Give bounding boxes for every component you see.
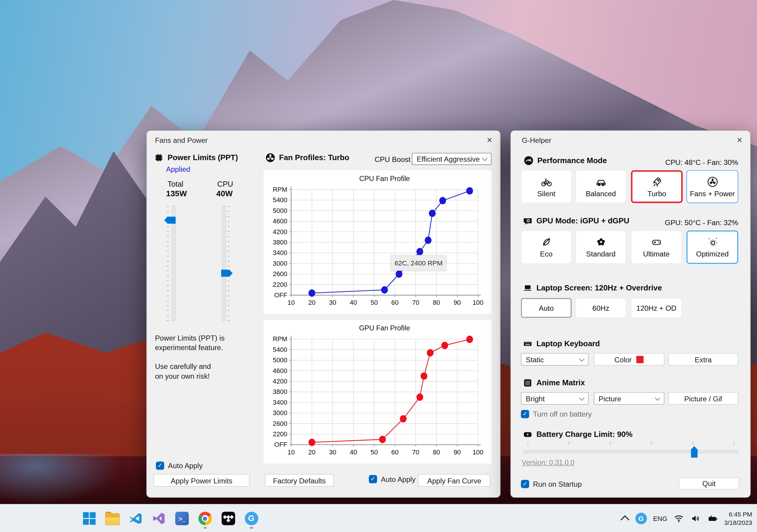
clock[interactable]: 6:45 PM 3/18/2023 — [724, 510, 752, 527]
mode-button-fans-power[interactable]: Fans + Power — [686, 170, 738, 203]
screen-button-auto[interactable]: Auto — [521, 298, 572, 318]
visual-studio-button[interactable] — [149, 508, 168, 529]
svg-text:50: 50 — [371, 449, 378, 456]
battery-slider-handle[interactable] — [691, 446, 698, 458]
gpu-button-eco[interactable]: Eco — [521, 231, 572, 264]
start-button[interactable] — [80, 508, 99, 529]
svg-text:70: 70 — [412, 449, 419, 456]
cpu-fan-curve-chart[interactable]: 102030405060708090100OFF2200260030003400… — [263, 170, 491, 314]
quit-button[interactable]: Quit — [679, 477, 739, 490]
apply-power-limits-button[interactable]: Apply Power Limits — [153, 474, 250, 487]
ghelper-titlebar[interactable]: G-Helper × — [511, 131, 750, 150]
matrix-picture-gif-button[interactable]: Picture / Gif — [668, 392, 738, 405]
rocket-icon — [651, 176, 663, 187]
svg-text:2600: 2600 — [273, 420, 288, 427]
cpu-slider-handle[interactable] — [221, 269, 233, 277]
vscode-button[interactable] — [126, 508, 145, 529]
g-helper-tray-icon[interactable]: G — [635, 513, 647, 524]
wifi-icon[interactable] — [673, 513, 684, 524]
total-power-slider[interactable] — [164, 206, 183, 321]
gpu-fan-curve-chart[interactable]: 102030405060708090100OFF2200260030003400… — [263, 320, 491, 463]
factory-defaults-button[interactable]: Factory Defaults — [265, 474, 334, 487]
power-auto-apply-row[interactable]: ✓ Auto Apply — [156, 462, 202, 470]
chrome-button[interactable] — [196, 508, 214, 529]
tray-chevron-up-icon[interactable] — [620, 515, 629, 524]
screen-button-120hz-od[interactable]: 120Hz + OD — [631, 298, 682, 318]
mode-button-balanced[interactable]: Balanced — [576, 170, 626, 203]
gpu-temp-fan-status: GPU: 50°C - Fan: 32% — [665, 219, 738, 227]
gpu-mode-header: GPU Mode: iGPU + dGPU — [536, 216, 629, 225]
cpu-boost-dropdown[interactable]: Efficient Aggressive — [412, 153, 492, 165]
cpu-boost-value: Efficient Aggressive — [417, 155, 483, 163]
fan-auto-apply-row[interactable]: ✓ Auto Apply — [369, 475, 415, 483]
battery-charging-icon[interactable] — [708, 513, 718, 524]
svg-text:4200: 4200 — [273, 378, 288, 385]
svg-text:100: 100 — [472, 299, 483, 306]
version-link[interactable]: Version: 0.31.0.0 — [522, 459, 574, 466]
active-app-indicator — [203, 527, 207, 529]
svg-text:90: 90 — [453, 449, 461, 456]
screen-button-60hz[interactable]: 60Hz — [576, 298, 626, 318]
run-on-startup-checkbox[interactable]: ✓ — [521, 480, 529, 488]
battery-slider-track[interactable] — [523, 450, 738, 453]
flower-icon — [595, 237, 607, 248]
gpu-button-standard[interactable]: Standard — [576, 231, 626, 264]
fan-profiles-header: Fan Profiles: Turbo — [279, 153, 349, 162]
media-app-button[interactable] — [219, 508, 238, 529]
run-on-startup-row[interactable]: ✓ Run on Startup — [521, 480, 582, 488]
svg-text:30: 30 — [329, 449, 336, 456]
gpu-fan-chart-panel: 102030405060708090100OFF2200260030003400… — [263, 320, 491, 463]
cpu-label: CPU — [217, 180, 233, 188]
matrix-battery-checkbox-row[interactable]: ✓ Turn off on battery — [521, 410, 591, 418]
fans-window-titlebar[interactable]: Fans and Power × — [147, 131, 500, 150]
svg-text:RPM: RPM — [273, 335, 288, 343]
visual-studio-icon — [151, 511, 166, 526]
chevron-down-icon — [482, 155, 487, 161]
battery-charge-limit-header: Battery Charge Limit: 90% — [536, 430, 632, 439]
matrix-brightness-dropdown[interactable]: Bright — [521, 392, 588, 405]
total-slider-handle[interactable] — [164, 216, 176, 224]
svg-text:RPM: RPM — [273, 186, 288, 193]
keyboard-mode-dropdown[interactable]: Static — [521, 353, 588, 366]
language-indicator[interactable]: ENG — [653, 515, 667, 522]
close-icon[interactable]: × — [483, 134, 496, 147]
power-limits-header: Power Limits (PPT) — [167, 153, 238, 162]
auto-optimize-icon — [707, 237, 718, 248]
cpu-slider-track[interactable] — [222, 206, 226, 321]
volume-icon[interactable] — [690, 513, 701, 524]
gpu-button-ultimate[interactable]: Ultimate — [631, 231, 682, 264]
svg-text:OFF: OFF — [274, 291, 288, 299]
svg-text:80: 80 — [433, 299, 440, 306]
fans-and-power-window: Fans and Power × Power Limits (PPT) Appl… — [146, 130, 500, 498]
g-helper-taskbar-button[interactable]: G — [242, 508, 260, 529]
cpu-slider-ticks — [227, 206, 230, 320]
file-explorer-button[interactable] — [103, 508, 121, 529]
powershell-button[interactable]: >_ — [172, 508, 191, 529]
battery-bolt-icon — [523, 430, 532, 439]
turn-off-on-battery-checkbox[interactable]: ✓ — [521, 410, 529, 418]
matrix-content-dropdown[interactable]: Picture — [594, 392, 664, 405]
powershell-icon: >_ — [175, 512, 188, 525]
tray-time: 6:45 PM — [724, 510, 752, 518]
chevron-down-icon — [579, 395, 585, 400]
media-app-icon — [222, 512, 235, 525]
fan-auto-apply-checkbox[interactable]: ✓ — [369, 475, 377, 483]
vscode-icon — [128, 511, 143, 526]
svg-text:50: 50 — [371, 299, 378, 306]
gpu-button-optimized[interactable]: Optimized — [686, 231, 738, 264]
svg-text:5000: 5000 — [273, 207, 288, 214]
power-auto-apply-checkbox[interactable]: ✓ — [156, 462, 164, 470]
power-limits-applied-link[interactable]: Applied — [166, 165, 190, 173]
apply-fan-curve-button[interactable]: Apply Fan Curve — [418, 474, 491, 487]
fan-outline-icon — [707, 176, 718, 187]
laptop-keyboard-header: Laptop Keyboard — [536, 340, 600, 348]
keyboard-color-button[interactable]: Color — [594, 353, 664, 366]
mode-button-turbo[interactable]: Turbo — [631, 170, 683, 203]
cpu-power-slider[interactable] — [214, 206, 233, 321]
mode-button-silent[interactable]: Silent — [521, 170, 572, 203]
battery-limit-slider[interactable] — [523, 441, 738, 458]
svg-text:10: 10 — [288, 449, 295, 456]
fan-auto-apply-label: Auto Apply — [381, 475, 415, 483]
keyboard-extra-button[interactable]: Extra — [668, 353, 738, 366]
close-icon[interactable]: × — [733, 134, 746, 147]
